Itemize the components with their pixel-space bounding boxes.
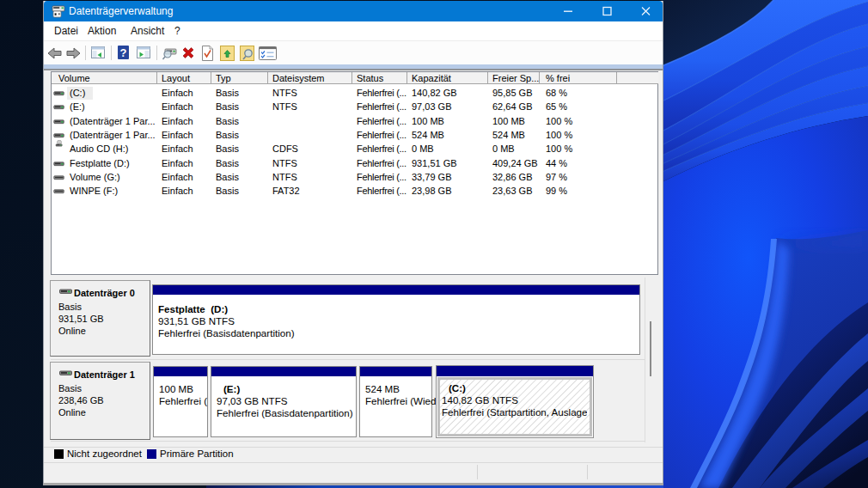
svg-text:?: ?: [120, 46, 127, 59]
